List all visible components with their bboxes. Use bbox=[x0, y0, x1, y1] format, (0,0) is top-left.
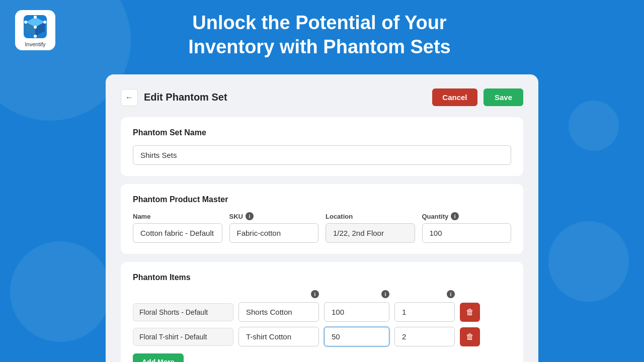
item-1-quantity-input[interactable] bbox=[324, 302, 389, 322]
item-1-sku-input[interactable] bbox=[238, 302, 319, 322]
product-master-grid: Name SKU i Location Quantity bbox=[133, 212, 511, 243]
item-2-sku-input[interactable] bbox=[238, 327, 319, 346]
name-label: Name bbox=[133, 213, 222, 220]
items-qty-info-icon: i bbox=[381, 290, 389, 298]
phantom-set-name-section: Phantom Set Name bbox=[121, 117, 523, 176]
action-buttons: Cancel Save bbox=[432, 88, 523, 106]
location-col: Location bbox=[326, 213, 415, 243]
edit-header: ← Edit Phantom Set Cancel Save bbox=[121, 88, 523, 106]
product-sku-input[interactable] bbox=[229, 223, 319, 243]
item-1-delete-button[interactable]: 🗑 bbox=[460, 303, 480, 322]
items-sku-info-icon: i bbox=[311, 290, 319, 298]
trash-icon: 🗑 bbox=[466, 308, 474, 317]
phantom-set-name-title: Phantom Set Name bbox=[133, 128, 511, 137]
svg-point-6 bbox=[43, 21, 46, 24]
sku-label: SKU i bbox=[229, 212, 319, 220]
add-more-button[interactable]: Add More bbox=[133, 353, 184, 362]
phantom-product-master-section: Phantom Product Master Name SKU i Locati… bbox=[121, 184, 523, 254]
app-name: Inventify bbox=[25, 41, 46, 47]
svg-point-4 bbox=[34, 26, 37, 29]
product-quantity-input[interactable] bbox=[422, 223, 512, 243]
name-col: Name bbox=[133, 213, 222, 243]
location-label: Location bbox=[326, 213, 415, 220]
item-2-units-input[interactable] bbox=[394, 327, 455, 346]
sku-info-icon: i bbox=[246, 212, 254, 220]
save-button[interactable]: Save bbox=[484, 88, 523, 106]
back-button[interactable]: ← bbox=[121, 89, 138, 106]
phantom-items-title: Phantom Items bbox=[133, 273, 511, 282]
app-logo: Inventify bbox=[15, 10, 55, 50]
phantom-items-section: Phantom Items i i i Floral Shorts - Defa… bbox=[121, 262, 523, 362]
svg-point-5 bbox=[24, 21, 27, 24]
product-location-input[interactable] bbox=[326, 223, 415, 243]
back-icon: ← bbox=[125, 93, 133, 102]
phantom-items-col-headers: i i i bbox=[133, 290, 511, 298]
item-1-name: Floral Shorts - Default bbox=[133, 303, 233, 321]
quantity-label: Quantity i bbox=[422, 212, 512, 220]
quantity-info-icon: i bbox=[451, 212, 459, 220]
item-2-quantity-input[interactable] bbox=[324, 327, 389, 346]
item-2-delete-button[interactable]: 🗑 bbox=[460, 327, 480, 346]
page-title: Edit Phantom Set bbox=[144, 92, 227, 103]
svg-point-7 bbox=[34, 16, 37, 19]
item-2-name: Floral T-shirt - Default bbox=[133, 328, 233, 346]
svg-point-8 bbox=[34, 35, 37, 38]
quantity-col: Quantity i bbox=[422, 212, 512, 243]
item-1-units-input[interactable] bbox=[394, 302, 455, 322]
items-units-info-icon: i bbox=[447, 290, 455, 298]
product-master-title: Phantom Product Master bbox=[133, 195, 511, 204]
phantom-item-row: Floral T-shirt - Default 🗑 bbox=[133, 327, 511, 346]
product-name-input[interactable] bbox=[133, 223, 222, 243]
cancel-button[interactable]: Cancel bbox=[432, 88, 477, 106]
main-card: ← Edit Phantom Set Cancel Save Phantom S… bbox=[106, 74, 538, 362]
trash-icon: 🗑 bbox=[466, 332, 474, 341]
phantom-set-name-input[interactable] bbox=[133, 145, 511, 165]
page-headline: Unlock the Potential of Your Inventory w… bbox=[55, 10, 624, 59]
sku-col: SKU i bbox=[229, 212, 319, 243]
phantom-item-row: Floral Shorts - Default 🗑 bbox=[133, 302, 511, 322]
